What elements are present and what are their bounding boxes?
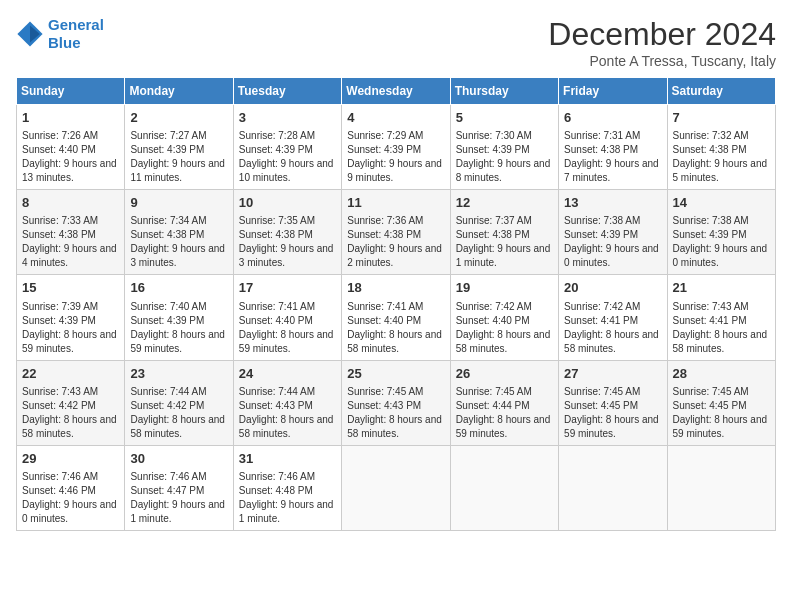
day-info: Sunrise: 7:39 AMSunset: 4:39 PMDaylight:…: [22, 300, 119, 356]
calendar-cell: 11Sunrise: 7:36 AMSunset: 4:38 PMDayligh…: [342, 190, 450, 275]
day-info: Sunrise: 7:38 AMSunset: 4:39 PMDaylight:…: [564, 214, 661, 270]
day-number: 1: [22, 109, 119, 127]
day-number: 23: [130, 365, 227, 383]
day-number: 3: [239, 109, 336, 127]
day-number: 8: [22, 194, 119, 212]
calendar-cell: 6Sunrise: 7:31 AMSunset: 4:38 PMDaylight…: [559, 105, 667, 190]
calendar-cell: 1Sunrise: 7:26 AMSunset: 4:40 PMDaylight…: [17, 105, 125, 190]
day-number: 16: [130, 279, 227, 297]
calendar-week-row: 15Sunrise: 7:39 AMSunset: 4:39 PMDayligh…: [17, 275, 776, 360]
calendar-cell: 14Sunrise: 7:38 AMSunset: 4:39 PMDayligh…: [667, 190, 775, 275]
day-info: Sunrise: 7:44 AMSunset: 4:42 PMDaylight:…: [130, 385, 227, 441]
day-info: Sunrise: 7:27 AMSunset: 4:39 PMDaylight:…: [130, 129, 227, 185]
day-number: 12: [456, 194, 553, 212]
weekday-header-sunday: Sunday: [17, 78, 125, 105]
weekday-header-monday: Monday: [125, 78, 233, 105]
calendar-cell: 3Sunrise: 7:28 AMSunset: 4:39 PMDaylight…: [233, 105, 341, 190]
day-info: Sunrise: 7:34 AMSunset: 4:38 PMDaylight:…: [130, 214, 227, 270]
day-number: 25: [347, 365, 444, 383]
calendar-cell: 26Sunrise: 7:45 AMSunset: 4:44 PMDayligh…: [450, 360, 558, 445]
day-number: 20: [564, 279, 661, 297]
calendar-cell: 16Sunrise: 7:40 AMSunset: 4:39 PMDayligh…: [125, 275, 233, 360]
day-number: 31: [239, 450, 336, 468]
day-info: Sunrise: 7:33 AMSunset: 4:38 PMDaylight:…: [22, 214, 119, 270]
day-number: 26: [456, 365, 553, 383]
logo-text: General Blue: [48, 16, 104, 52]
weekday-header-thursday: Thursday: [450, 78, 558, 105]
day-number: 28: [673, 365, 770, 383]
day-info: Sunrise: 7:45 AMSunset: 4:43 PMDaylight:…: [347, 385, 444, 441]
day-info: Sunrise: 7:46 AMSunset: 4:47 PMDaylight:…: [130, 470, 227, 526]
day-number: 11: [347, 194, 444, 212]
calendar-cell: 20Sunrise: 7:42 AMSunset: 4:41 PMDayligh…: [559, 275, 667, 360]
calendar-cell: 22Sunrise: 7:43 AMSunset: 4:42 PMDayligh…: [17, 360, 125, 445]
weekday-header-tuesday: Tuesday: [233, 78, 341, 105]
day-number: 29: [22, 450, 119, 468]
day-info: Sunrise: 7:44 AMSunset: 4:43 PMDaylight:…: [239, 385, 336, 441]
calendar-cell: 15Sunrise: 7:39 AMSunset: 4:39 PMDayligh…: [17, 275, 125, 360]
day-info: Sunrise: 7:45 AMSunset: 4:45 PMDaylight:…: [564, 385, 661, 441]
calendar-cell: 25Sunrise: 7:45 AMSunset: 4:43 PMDayligh…: [342, 360, 450, 445]
day-info: Sunrise: 7:26 AMSunset: 4:40 PMDaylight:…: [22, 129, 119, 185]
calendar-cell: 17Sunrise: 7:41 AMSunset: 4:40 PMDayligh…: [233, 275, 341, 360]
day-info: Sunrise: 7:41 AMSunset: 4:40 PMDaylight:…: [239, 300, 336, 356]
day-number: 27: [564, 365, 661, 383]
day-number: 5: [456, 109, 553, 127]
calendar-week-row: 29Sunrise: 7:46 AMSunset: 4:46 PMDayligh…: [17, 445, 776, 530]
day-number: 9: [130, 194, 227, 212]
day-info: Sunrise: 7:41 AMSunset: 4:40 PMDaylight:…: [347, 300, 444, 356]
day-number: 7: [673, 109, 770, 127]
calendar-cell: 9Sunrise: 7:34 AMSunset: 4:38 PMDaylight…: [125, 190, 233, 275]
day-number: 18: [347, 279, 444, 297]
day-info: Sunrise: 7:40 AMSunset: 4:39 PMDaylight:…: [130, 300, 227, 356]
logo: General Blue: [16, 16, 104, 52]
day-number: 14: [673, 194, 770, 212]
weekday-header-saturday: Saturday: [667, 78, 775, 105]
day-info: Sunrise: 7:31 AMSunset: 4:38 PMDaylight:…: [564, 129, 661, 185]
day-info: Sunrise: 7:42 AMSunset: 4:40 PMDaylight:…: [456, 300, 553, 356]
logo-icon: [16, 20, 44, 48]
calendar-cell: 13Sunrise: 7:38 AMSunset: 4:39 PMDayligh…: [559, 190, 667, 275]
day-number: 15: [22, 279, 119, 297]
calendar-cell: 29Sunrise: 7:46 AMSunset: 4:46 PMDayligh…: [17, 445, 125, 530]
calendar-cell: 24Sunrise: 7:44 AMSunset: 4:43 PMDayligh…: [233, 360, 341, 445]
calendar-cell: 2Sunrise: 7:27 AMSunset: 4:39 PMDaylight…: [125, 105, 233, 190]
calendar-cell: 28Sunrise: 7:45 AMSunset: 4:45 PMDayligh…: [667, 360, 775, 445]
calendar-week-row: 8Sunrise: 7:33 AMSunset: 4:38 PMDaylight…: [17, 190, 776, 275]
day-info: Sunrise: 7:32 AMSunset: 4:38 PMDaylight:…: [673, 129, 770, 185]
calendar-cell: 19Sunrise: 7:42 AMSunset: 4:40 PMDayligh…: [450, 275, 558, 360]
day-number: 13: [564, 194, 661, 212]
calendar-cell: 31Sunrise: 7:46 AMSunset: 4:48 PMDayligh…: [233, 445, 341, 530]
calendar-cell: 18Sunrise: 7:41 AMSunset: 4:40 PMDayligh…: [342, 275, 450, 360]
calendar-cell: 12Sunrise: 7:37 AMSunset: 4:38 PMDayligh…: [450, 190, 558, 275]
calendar-cell: [450, 445, 558, 530]
calendar-cell: 10Sunrise: 7:35 AMSunset: 4:38 PMDayligh…: [233, 190, 341, 275]
day-number: 4: [347, 109, 444, 127]
title-block: December 2024 Ponte A Tressa, Tuscany, I…: [548, 16, 776, 69]
day-number: 30: [130, 450, 227, 468]
calendar-cell: 5Sunrise: 7:30 AMSunset: 4:39 PMDaylight…: [450, 105, 558, 190]
page-header: General Blue December 2024 Ponte A Tress…: [16, 16, 776, 69]
day-info: Sunrise: 7:36 AMSunset: 4:38 PMDaylight:…: [347, 214, 444, 270]
day-number: 22: [22, 365, 119, 383]
day-info: Sunrise: 7:42 AMSunset: 4:41 PMDaylight:…: [564, 300, 661, 356]
day-info: Sunrise: 7:28 AMSunset: 4:39 PMDaylight:…: [239, 129, 336, 185]
day-info: Sunrise: 7:45 AMSunset: 4:44 PMDaylight:…: [456, 385, 553, 441]
day-number: 6: [564, 109, 661, 127]
calendar-cell: 27Sunrise: 7:45 AMSunset: 4:45 PMDayligh…: [559, 360, 667, 445]
weekday-header-row: SundayMondayTuesdayWednesdayThursdayFrid…: [17, 78, 776, 105]
day-info: Sunrise: 7:46 AMSunset: 4:46 PMDaylight:…: [22, 470, 119, 526]
day-number: 10: [239, 194, 336, 212]
calendar-cell: 8Sunrise: 7:33 AMSunset: 4:38 PMDaylight…: [17, 190, 125, 275]
weekday-header-wednesday: Wednesday: [342, 78, 450, 105]
day-info: Sunrise: 7:29 AMSunset: 4:39 PMDaylight:…: [347, 129, 444, 185]
weekday-header-friday: Friday: [559, 78, 667, 105]
calendar-week-row: 22Sunrise: 7:43 AMSunset: 4:42 PMDayligh…: [17, 360, 776, 445]
day-info: Sunrise: 7:45 AMSunset: 4:45 PMDaylight:…: [673, 385, 770, 441]
day-info: Sunrise: 7:43 AMSunset: 4:41 PMDaylight:…: [673, 300, 770, 356]
month-title: December 2024: [548, 16, 776, 53]
day-number: 17: [239, 279, 336, 297]
location-subtitle: Ponte A Tressa, Tuscany, Italy: [548, 53, 776, 69]
calendar-table: SundayMondayTuesdayWednesdayThursdayFrid…: [16, 77, 776, 531]
calendar-week-row: 1Sunrise: 7:26 AMSunset: 4:40 PMDaylight…: [17, 105, 776, 190]
